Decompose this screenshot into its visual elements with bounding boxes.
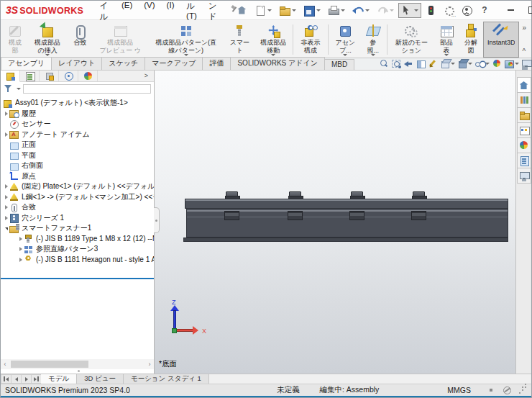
show-hidden-button[interactable]: 非表示構成 部品の表示 <box>295 22 326 58</box>
view-palette-button[interactable] <box>517 122 531 138</box>
panel-expand-icon[interactable]: > <box>145 71 154 81</box>
tree-filter-input[interactable] <box>23 84 151 94</box>
expand-arrow-icon[interactable] <box>3 195 9 199</box>
dropdown-caret-icon[interactable] <box>444 54 449 56</box>
maximize-icon[interactable] <box>521 1 532 19</box>
tree-item[interactable]: L鋼<1> -> (デフォルト<マシン加工>) <<デフォルト>_表 <box>1 192 154 203</box>
design-library-button[interactable] <box>517 92 531 108</box>
scrollbar-track[interactable] <box>9 359 145 369</box>
panel-horizontal-scrollbar[interactable]: ‹ › <box>1 359 154 369</box>
tree-item[interactable]: 原点 <box>1 171 154 182</box>
save-button[interactable] <box>301 3 324 18</box>
component-preview-button[interactable]: 構成部品 プレビュー ウィンドウ <box>92 22 148 58</box>
sheet-tab-3[interactable]: モーション スタディ 1 <box>124 374 209 384</box>
units-dropdown-icon[interactable] <box>490 389 492 392</box>
dropdown-caret-icon[interactable] <box>371 54 375 56</box>
open-button[interactable] <box>276 3 299 18</box>
instant3d-button[interactable]: Instant3D <box>483 22 520 58</box>
sheet-tab-1[interactable]: モデル <box>41 374 77 384</box>
command-tab-7[interactable]: MBD <box>324 59 354 70</box>
dropdown-caret-icon[interactable] <box>341 9 345 12</box>
ribbon-collapse-icon[interactable]: ^ <box>522 48 526 55</box>
help-button[interactable] <box>477 3 493 18</box>
dropdown-caret-icon[interactable] <box>365 9 370 12</box>
expand-arrow-icon[interactable] <box>17 247 24 251</box>
previous-view-button[interactable] <box>403 59 414 68</box>
sheet-tab-2[interactable]: 3D ビュー <box>77 374 124 384</box>
annotation-button[interactable] <box>427 59 439 68</box>
ribbon-overflow-icon[interactable]: » <box>522 24 526 32</box>
minimize-icon[interactable] <box>500 1 521 19</box>
hex-nut[interactable] <box>349 211 364 220</box>
hide-show-items-button[interactable] <box>474 59 490 68</box>
command-tab-2[interactable]: レイアウト <box>51 57 102 70</box>
command-tab-5[interactable]: 評価 <box>202 57 231 70</box>
appearances-button[interactable] <box>517 137 531 153</box>
expand-arrow-icon[interactable] <box>17 258 24 262</box>
section-view-button[interactable] <box>415 59 426 68</box>
zoom-fit-button[interactable] <box>378 59 390 68</box>
next-tab-icon[interactable] <box>21 374 32 384</box>
display-style-button[interactable] <box>457 59 473 68</box>
filter-caret-icon[interactable] <box>17 88 21 90</box>
file-explorer-button[interactable] <box>517 107 531 123</box>
expand-arrow-icon[interactable] <box>3 132 9 137</box>
assembly-features-button[interactable]: アセンブ... <box>330 22 361 58</box>
tree-item[interactable]: Assy01 (デフォルト) <表示状態-1> <box>1 98 154 109</box>
expand-arrow-icon[interactable] <box>3 205 9 209</box>
graphics-viewport[interactable]: Z X *底面 <box>155 71 515 374</box>
select-cursor-button[interactable] <box>398 3 421 18</box>
panel-collapse-handle[interactable] <box>154 207 160 233</box>
command-tab-3[interactable]: スケッチ <box>101 57 145 70</box>
hex-nut[interactable] <box>224 211 239 220</box>
tree-item[interactable]: 右側面 <box>1 160 154 171</box>
insert-component-button[interactable]: 構成部品の挿入 <box>27 22 68 58</box>
displaymanager-tab[interactable] <box>78 71 98 81</box>
expand-arrow-icon[interactable] <box>3 184 9 189</box>
dimxpertmanager-tab[interactable] <box>59 71 78 81</box>
tree-item[interactable]: アノテート アイテム <box>1 130 154 140</box>
dropdown-caret-icon[interactable] <box>343 54 347 56</box>
view-settings-button[interactable] <box>520 59 532 68</box>
last-tab-icon[interactable] <box>31 374 42 384</box>
custom-properties-button[interactable] <box>517 153 531 168</box>
tree-item[interactable]: 参照直線パターン3 <box>1 244 154 255</box>
expand-arrow-icon[interactable] <box>17 237 24 241</box>
exploded-view-button[interactable]: 分解図 <box>459 22 483 58</box>
dropdown-caret-icon[interactable] <box>267 9 272 12</box>
edit-component-button[interactable]: 構成部 品編集 <box>3 22 27 58</box>
command-tab-6[interactable]: SOLIDWORKS アドイン <box>230 57 325 70</box>
configurationmanager-tab[interactable] <box>40 71 59 81</box>
tree-item[interactable]: センサー <box>1 119 154 130</box>
expand-arrow-icon[interactable] <box>3 216 9 220</box>
units-text[interactable]: MMGS <box>447 386 471 394</box>
tree-item[interactable]: 平面 <box>1 150 154 161</box>
expand-arrow-icon[interactable] <box>3 112 9 116</box>
dropdown-caret-icon[interactable] <box>316 9 321 12</box>
options-button[interactable] <box>441 3 457 18</box>
motion-study-button[interactable]: 新規のモーション スタディ <box>389 22 434 58</box>
l-angle-flange[interactable] <box>183 238 508 242</box>
expand-arrow-icon[interactable] <box>3 227 9 230</box>
propertymanager-tab[interactable] <box>20 71 40 81</box>
redo-button[interactable] <box>374 3 397 18</box>
new-document-button[interactable] <box>252 3 275 18</box>
pattern-button[interactable]: 構成部品パターン(直線パターン) <box>148 22 224 58</box>
tag-icon[interactable] <box>503 386 511 394</box>
resize-grip[interactable] <box>518 386 527 394</box>
dropdown-caret-icon[interactable] <box>414 9 418 12</box>
command-tab-4[interactable]: マークアップ <box>145 57 203 70</box>
dropdown-caret-icon[interactable] <box>271 54 275 56</box>
rebuild-button[interactable] <box>423 3 439 18</box>
dropdown-caret-icon[interactable] <box>390 9 394 12</box>
command-tab-1[interactable]: アセンブリ <box>1 57 52 70</box>
forum-button[interactable] <box>517 168 531 184</box>
splitter-dot[interactable] <box>78 370 80 372</box>
bom-button[interactable]: 部品表 <box>434 22 459 58</box>
dropdown-caret-icon[interactable] <box>515 63 519 65</box>
plate-part[interactable] <box>185 199 508 209</box>
undo-button[interactable] <box>349 3 372 18</box>
prev-tab-icon[interactable] <box>11 374 22 384</box>
dropdown-caret-icon[interactable] <box>451 63 455 65</box>
featuremanager-tab[interactable] <box>1 71 20 82</box>
